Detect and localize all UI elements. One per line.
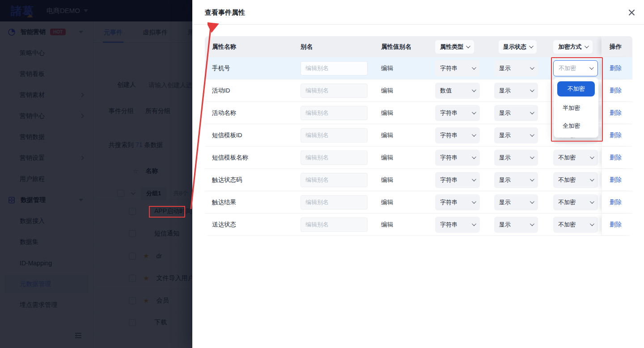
select-value: 显示 xyxy=(499,154,511,162)
alias-input[interactable] xyxy=(301,151,368,165)
select-value: 显示 xyxy=(499,198,511,206)
encryption-select[interactable]: 不加密 xyxy=(553,217,598,233)
select-value: 不加密 xyxy=(558,198,576,206)
chevron-down-icon xyxy=(530,110,534,114)
alias-input[interactable] xyxy=(301,218,368,232)
table-row: 手机号 编辑 字符串 显示 不加密 删除 xyxy=(205,57,632,80)
chevron-down-icon xyxy=(590,155,594,159)
attr-type-select[interactable]: 字符串 xyxy=(435,194,480,210)
value-alias-edit[interactable]: 编辑 xyxy=(375,221,428,229)
value-alias-edit[interactable]: 编辑 xyxy=(375,87,428,95)
select-value: 字符串 xyxy=(440,154,458,162)
select-value: 字符串 xyxy=(440,109,458,117)
attr-type-filter[interactable]: 属性类型 xyxy=(435,40,474,54)
table-row: 触达结果 编辑 字符串 显示 不加密 删除 xyxy=(205,191,632,214)
value-alias-edit[interactable]: 编辑 xyxy=(375,198,428,206)
attr-type-select[interactable]: 字符串 xyxy=(435,127,480,143)
value-alias-edit[interactable]: 编辑 xyxy=(375,131,428,139)
encryption-select[interactable]: 不加密 xyxy=(553,194,598,210)
attr-name: 触达结果 xyxy=(205,198,301,206)
encryption-dropdown-menu: 不加密 半加密 全加密 xyxy=(554,78,598,138)
value-alias-edit[interactable]: 编辑 xyxy=(375,109,428,117)
attr-name: 活动名称 xyxy=(205,109,301,117)
alias-input[interactable] xyxy=(301,128,368,143)
attr-type-select[interactable]: 字符串 xyxy=(435,217,480,233)
chevron-down-icon xyxy=(472,199,476,204)
delete-button[interactable]: 删除 xyxy=(610,154,622,162)
attr-type-select[interactable]: 字符串 xyxy=(435,60,480,76)
encryption-select[interactable]: 不加密 xyxy=(553,172,598,188)
alias-input[interactable] xyxy=(301,106,368,120)
chevron-down-icon xyxy=(472,222,476,226)
encryption-filter[interactable]: 加密方式 xyxy=(553,40,593,54)
alias-input[interactable] xyxy=(301,195,368,210)
delete-button[interactable]: 删除 xyxy=(610,221,622,229)
select-value: 字符串 xyxy=(440,64,458,72)
display-status-select[interactable]: 显示 xyxy=(494,172,538,188)
display-status-select[interactable]: 显示 xyxy=(494,105,538,121)
display-status-select[interactable]: 显示 xyxy=(494,83,538,99)
display-status-select[interactable]: 显示 xyxy=(494,194,538,210)
encryption-select-open[interactable]: 不加密 xyxy=(553,60,598,76)
modal-dim-overlay xyxy=(0,0,192,348)
alias-input[interactable] xyxy=(301,84,368,98)
col-header-alias: 别名 xyxy=(301,43,375,51)
select-value: 字符串 xyxy=(440,131,458,139)
table-header-row: 属性名称 别名 属性值别名 属性类型 显示状态 加密方式 操作 xyxy=(205,36,632,57)
attr-type-select[interactable]: 数值 xyxy=(435,83,480,99)
alias-input[interactable] xyxy=(301,61,368,75)
chevron-down-icon xyxy=(530,199,534,204)
delete-button[interactable]: 删除 xyxy=(610,198,622,206)
attr-name: 活动ID xyxy=(205,87,301,95)
filter-label: 属性类型 xyxy=(440,43,463,51)
encryption-select[interactable]: 不加密 xyxy=(553,150,598,166)
select-value: 显示 xyxy=(499,109,511,117)
view-event-attributes-drawer: 查看事件属性 属性名称 别名 属性值别名 属性类型 显示状态 加密方式 操作 手… xyxy=(192,0,644,348)
attr-name: 手机号 xyxy=(205,64,301,72)
value-alias-edit[interactable]: 编辑 xyxy=(375,64,428,72)
dropdown-option-full-encryption[interactable]: 全加密 xyxy=(554,117,598,135)
table-row: 短信模板名称 编辑 字符串 显示 不加密 删除 xyxy=(205,147,632,169)
chevron-down-icon xyxy=(589,65,594,70)
select-value: 不加密 xyxy=(559,64,576,72)
chevron-down-icon xyxy=(530,177,534,181)
delete-button[interactable]: 删除 xyxy=(610,87,622,95)
chevron-down-icon xyxy=(530,132,534,137)
display-status-select[interactable]: 显示 xyxy=(494,127,538,143)
drawer-title: 查看事件属性 xyxy=(205,0,245,25)
select-value: 字符串 xyxy=(440,198,458,206)
alias-input[interactable] xyxy=(301,173,368,187)
display-status-select[interactable]: 显示 xyxy=(494,217,538,233)
table-row: 触达状态码 编辑 字符串 显示 不加密 删除 xyxy=(205,169,632,191)
attr-name: 触达状态码 xyxy=(205,176,301,184)
select-value: 显示 xyxy=(499,221,511,229)
chevron-down-icon xyxy=(590,177,594,181)
dropdown-option-half-encryption[interactable]: 半加密 xyxy=(554,99,598,117)
attr-type-select[interactable]: 字符串 xyxy=(435,105,480,121)
attr-type-select[interactable]: 字符串 xyxy=(435,150,480,166)
select-value: 不加密 xyxy=(558,221,576,229)
dropdown-option-no-encryption[interactable]: 不加密 xyxy=(557,81,595,96)
value-alias-edit[interactable]: 编辑 xyxy=(375,154,428,162)
display-status-select[interactable]: 显示 xyxy=(494,60,538,76)
delete-button[interactable]: 删除 xyxy=(610,109,622,117)
display-status-filter[interactable]: 显示状态 xyxy=(499,40,537,54)
chevron-down-icon xyxy=(472,65,476,70)
close-icon[interactable] xyxy=(627,8,637,17)
chevron-down-icon xyxy=(472,155,476,159)
chevron-down-icon xyxy=(472,132,476,137)
chevron-down-icon xyxy=(530,222,534,226)
chevron-down-icon xyxy=(530,155,534,159)
chevron-down-icon xyxy=(584,44,589,48)
value-alias-edit[interactable]: 编辑 xyxy=(375,176,428,184)
delete-button[interactable]: 删除 xyxy=(610,176,622,184)
display-status-select[interactable]: 显示 xyxy=(494,150,538,166)
delete-button[interactable]: 删除 xyxy=(610,64,622,72)
attr-name: 短信模板ID xyxy=(205,131,301,139)
attr-type-select[interactable]: 字符串 xyxy=(435,172,480,188)
delete-button[interactable]: 删除 xyxy=(610,131,622,139)
select-value: 数值 xyxy=(440,87,452,95)
select-value: 字符串 xyxy=(440,176,458,184)
attr-name: 送达状态 xyxy=(205,221,301,229)
chevron-down-icon xyxy=(530,88,534,92)
